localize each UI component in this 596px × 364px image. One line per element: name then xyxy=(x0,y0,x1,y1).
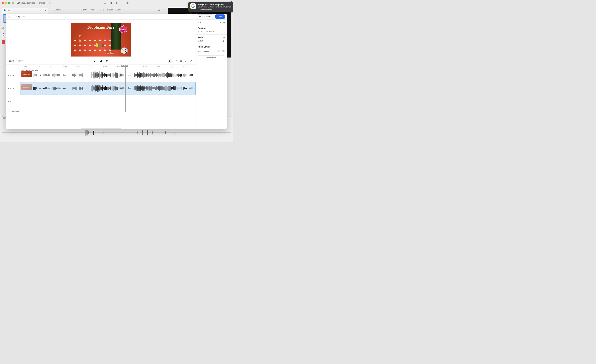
tab-audio[interactable]: Audio xyxy=(116,9,122,11)
sync-check-icon xyxy=(49,2,51,4)
speaker-mute-icon[interactable] xyxy=(2,27,5,30)
notification-message: Enter your password for "dvitalemusic" i… xyxy=(198,6,231,10)
notification-badge-icon xyxy=(231,1,232,2)
actions-dropdown[interactable]: Actions... xyxy=(52,9,62,11)
svg-rect-9 xyxy=(127,2,127,3)
tab-files[interactable]: Files xyxy=(81,9,87,11)
zoom-window-icon[interactable] xyxy=(8,2,10,4)
svg-rect-14 xyxy=(3,33,4,35)
delete-track-button[interactable]: Delete track xyxy=(198,55,225,60)
speed-value[interactable]: 1x xyxy=(198,31,202,33)
breadcrumb-project[interactable]: 720p exported video xyxy=(17,2,35,4)
automation-tool[interactable] xyxy=(179,60,182,63)
inspector-panel: Track 2 S Duration 1x 0:59.2 Audio xyxy=(195,20,227,129)
text-tool-icon[interactable] xyxy=(115,2,118,4)
effect-toggle[interactable] xyxy=(221,50,225,52)
step-forward-button[interactable] xyxy=(99,60,102,63)
record-button[interactable] xyxy=(2,40,5,44)
ruler-tick: 0:25 xyxy=(104,66,107,67)
loop-button[interactable] xyxy=(106,60,109,63)
playhead[interactable]: 00:27.03 xyxy=(125,65,126,112)
transcript-waveform[interactable] xyxy=(2,129,231,137)
chevron-down-icon[interactable]: ▾ xyxy=(46,2,48,4)
screen-record-icon[interactable] xyxy=(104,2,106,4)
track-label[interactable]: Track 1 xyxy=(6,69,20,82)
video-clip[interactable]: 720p exported video.mp4 Boardgame Buzz xyxy=(20,69,195,82)
timeline-scrollbar[interactable] xyxy=(6,128,195,129)
shapes-icon[interactable] xyxy=(121,2,123,4)
hand-tool[interactable] xyxy=(190,60,193,63)
minimize-window-icon[interactable] xyxy=(5,2,7,4)
more-icon[interactable] xyxy=(223,36,225,39)
close-icon[interactable] xyxy=(44,9,46,11)
window-controls[interactable] xyxy=(2,2,10,4)
blade-tool[interactable] xyxy=(174,60,177,63)
record-sidebar-rail xyxy=(2,27,5,44)
tab-videos[interactable]: Videos xyxy=(90,9,97,11)
selection-tool[interactable] xyxy=(168,59,172,63)
svg-rect-18 xyxy=(8,17,10,17)
track-content[interactable]: 720p exported video.mp4 Boardgame Buzz xyxy=(20,69,195,82)
svg-point-36 xyxy=(223,22,223,23)
svg-point-34 xyxy=(180,61,181,62)
files-tabs-bar: Actions... Files Videos GIFs Images Audi… xyxy=(50,8,166,12)
track-row: Track 1 720p exported video.mp4 Boardgam… xyxy=(6,69,195,82)
plus-icon[interactable] xyxy=(223,46,225,48)
track-label[interactable]: Track 3 xyxy=(6,95,20,108)
sequence-editor-modal: Sequence Add media Done Boardgame Buzz S… xyxy=(6,14,227,129)
meeple-graphic xyxy=(102,44,104,47)
clip-thumbnail: Boardgame Buzz xyxy=(21,84,32,90)
record-circle-icon[interactable] xyxy=(109,2,112,4)
notification-title: Google Password Required xyxy=(198,3,231,6)
close-window-icon[interactable] xyxy=(2,2,4,4)
sliders-icon[interactable] xyxy=(218,50,220,52)
duration-value[interactable]: 0:59.2 xyxy=(206,31,214,33)
gear-icon[interactable] xyxy=(40,9,42,11)
ruler-tick: 0:22 xyxy=(64,66,67,67)
track-content-empty[interactable] xyxy=(20,95,195,108)
google-icon xyxy=(190,3,196,9)
timestamp-right: 6:19 xyxy=(228,116,231,118)
speaker-icon[interactable] xyxy=(216,21,218,24)
breadcrumb-doc[interactable]: Untitled xyxy=(38,2,45,4)
collapse-panel-icon[interactable] xyxy=(158,9,160,11)
speed-icon xyxy=(198,31,200,33)
track-content[interactable]: Boardgame Buzz xyxy=(20,82,195,95)
grid-icon[interactable] xyxy=(126,2,129,4)
ruler-tick: 0:21 xyxy=(50,66,53,67)
play-button[interactable] xyxy=(93,60,96,63)
preview-viewport: Boardgame Buzz S03 Ep03 14 xyxy=(6,20,195,58)
audio-level-value[interactable]: -6.3dB xyxy=(198,40,203,42)
speaker-icon[interactable] xyxy=(223,40,225,42)
svg-rect-15 xyxy=(158,9,160,10)
microphone-icon[interactable] xyxy=(2,33,5,36)
layout-toggle-icon[interactable] xyxy=(12,2,15,4)
tab-images[interactable]: Images xyxy=(107,9,113,11)
meeple-graphic xyxy=(96,43,98,47)
close-icon[interactable] xyxy=(162,9,165,11)
svg-point-28 xyxy=(123,51,123,52)
track-label[interactable]: Track 2 xyxy=(6,82,20,95)
more-icon[interactable] xyxy=(223,21,225,24)
tab-gifs[interactable]: GIFs xyxy=(99,9,104,11)
audio-clip-selected[interactable]: Boardgame Buzz xyxy=(20,82,195,95)
breadcrumb[interactable]: 720p exported video / Untitled ▾ xyxy=(17,2,51,4)
svg-point-42 xyxy=(224,37,224,37)
svg-rect-33 xyxy=(101,60,102,62)
slip-tool[interactable] xyxy=(185,60,188,63)
new-track-button[interactable]: New track xyxy=(6,108,195,115)
system-notification[interactable]: Google Password Required Enter your pass… xyxy=(188,2,233,12)
svg-point-6 xyxy=(110,2,111,3)
video-preview[interactable]: Boardgame Buzz S03 Ep03 14 xyxy=(71,23,131,57)
timeline-ruler[interactable]: 00:27.03 0:190:200:210:220:230:240:250:2… xyxy=(6,65,195,69)
ruler-tick: 0:19 xyxy=(24,66,27,67)
current-time: 0:00.0 xyxy=(9,60,14,62)
solo-button[interactable]: S xyxy=(220,21,221,24)
modal-header: Sequence Add media Done xyxy=(6,14,227,20)
done-button[interactable]: Done xyxy=(215,15,225,19)
svg-point-13 xyxy=(41,10,41,11)
svg-rect-8 xyxy=(122,3,123,4)
svg-text:14: 14 xyxy=(122,28,125,31)
track-row: Track 3 xyxy=(6,95,195,108)
add-media-button[interactable]: Add media xyxy=(197,15,213,19)
